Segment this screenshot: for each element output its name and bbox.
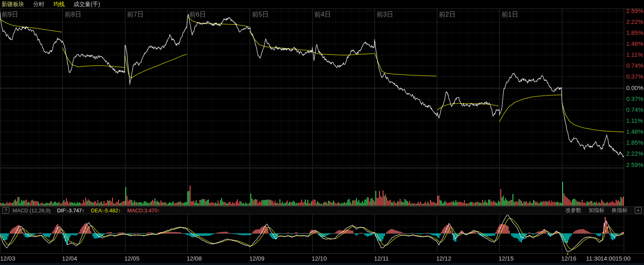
x-axis-label: 12/15 <box>498 255 514 262</box>
price-axis-label: 2.59% <box>626 161 644 168</box>
day-label: 前3日 <box>377 11 393 19</box>
x-axis-label: 12/08 <box>186 255 202 262</box>
x-axis-label: 15:00 <box>615 255 631 262</box>
chart-canvas[interactable] <box>0 0 644 265</box>
x-axis-label: 12/10 <box>311 255 327 262</box>
price-axis-label: 2.22% <box>626 18 644 25</box>
day-label: 前6日 <box>189 11 206 19</box>
price-axis-label: 0.74% <box>626 62 644 69</box>
x-axis-label: 12/11 <box>374 255 389 262</box>
x-axis-label: 14:00 <box>600 255 616 262</box>
chart-header: 新疆板块 分时 均线 成交量(手) <box>2 1 100 8</box>
macd-indicator-label: MACD (12,26,9) <box>13 207 51 214</box>
help-icon[interactable]: ? <box>2 207 9 214</box>
day-label: 前9日 <box>2 11 18 19</box>
edit-params-button[interactable]: 改参数 <box>566 207 581 214</box>
price-axis-label: 2.22% <box>626 150 644 157</box>
price-axis-label: 2.59% <box>626 7 644 14</box>
dea-value: DEA:-5.482↑ <box>91 207 121 214</box>
x-axis-label: 12/05 <box>124 255 140 262</box>
price-axis-label: 0.37% <box>626 73 644 80</box>
price-axis-label: 0.37% <box>626 95 644 102</box>
x-axis-label: 12/03 <box>0 255 15 262</box>
price-axis-label: 1.11% <box>626 117 643 124</box>
day-label: 前8日 <box>65 11 81 19</box>
day-label: 前1日 <box>502 11 518 19</box>
dif-value: DIF:-3.747↑ <box>57 207 85 214</box>
switch-indicator-button[interactable]: 换指标 <box>612 207 627 214</box>
price-axis-label: 1.85% <box>626 29 644 36</box>
event-flag-icon: ⚡ <box>566 252 569 257</box>
x-axis-label: 12/04 <box>62 255 77 262</box>
stock-name: 新疆板块 <box>2 1 24 8</box>
day-label: 前2日 <box>439 11 455 19</box>
macd-value: MACD:3.470↑ <box>127 207 160 214</box>
macd-toolbar: ? MACD (12,26,9) DIF:-3.747↑ DEA:-5.482↑… <box>0 206 644 214</box>
x-axis-label: 12/09 <box>249 255 265 262</box>
price-axis-label: 0.74% <box>626 106 644 113</box>
tab-volume[interactable]: 成交量(手) <box>74 1 100 8</box>
price-axis-label: 1.11% <box>626 51 643 58</box>
x-axis-label: 11:30 <box>586 255 601 262</box>
day-label: 前4日 <box>314 11 331 19</box>
close-icon[interactable]: × <box>635 207 642 214</box>
price-axis-label: 1.48% <box>626 128 644 135</box>
stock-chart-app: 新疆板块 分时 均线 成交量(手) ? MACD (12,26,9) DIF:-… <box>0 0 644 265</box>
price-axis-label: 1.48% <box>626 40 644 47</box>
x-axis-label: 12/12 <box>436 255 451 262</box>
tab-ma[interactable]: 均线 <box>53 1 65 8</box>
tab-intraday[interactable]: 分时 <box>33 1 44 8</box>
day-label: 前7日 <box>127 11 144 19</box>
day-label: 前5日 <box>252 11 269 19</box>
price-axis-label: 0.00% <box>626 84 644 91</box>
add-indicator-button[interactable]: 加指标 <box>589 207 604 214</box>
price-axis-label: 1.85% <box>626 139 644 146</box>
